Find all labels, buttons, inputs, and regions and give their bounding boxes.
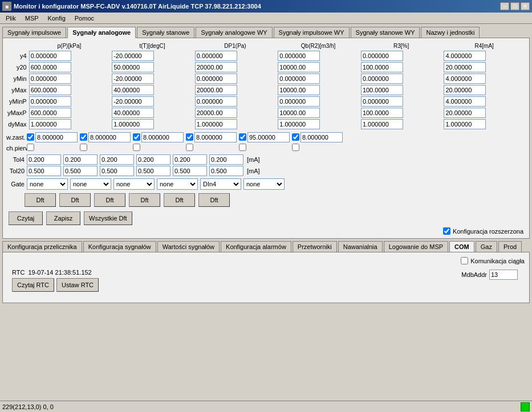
wzast-input-1[interactable] xyxy=(88,132,131,142)
cell-input-0-4[interactable] xyxy=(361,51,403,61)
mdbaddr-input[interactable] xyxy=(489,270,518,280)
tol20-input-4[interactable] xyxy=(173,166,207,176)
tab-gaz[interactable]: Gaz xyxy=(476,241,497,252)
tab-logowanie-msp[interactable]: Logowanie do MSP xyxy=(384,241,448,252)
tab-konfiguracja-sygnalow[interactable]: Konfiguracja sygnałów xyxy=(83,241,156,252)
cell-input-3-5[interactable] xyxy=(444,85,486,95)
tol20-input-2[interactable] xyxy=(100,166,134,176)
wzast-input-2[interactable] xyxy=(141,132,184,142)
tab-sygnaly-stanowe[interactable]: Sygnały stanowe xyxy=(137,27,194,38)
ustaw-rtc-button[interactable]: Ustaw RTC xyxy=(56,278,99,292)
cell-input-5-3[interactable] xyxy=(278,108,320,118)
wzast-input-3[interactable] xyxy=(194,132,237,142)
menu-msp[interactable]: MSP xyxy=(21,14,43,23)
cell-input-2-5[interactable] xyxy=(444,74,486,84)
wszystkie-dft-button[interactable]: Wszystkie Dft xyxy=(84,211,132,225)
tol20-input-5[interactable] xyxy=(209,166,243,176)
komunikacja-ciagla-cb[interactable] xyxy=(461,257,468,264)
cell-input-4-2[interactable] xyxy=(195,96,237,107)
dft-btn-5[interactable]: Dft xyxy=(198,193,230,207)
tol4-input-3[interactable] xyxy=(136,154,170,165)
wzast-cb-2[interactable] xyxy=(133,133,140,141)
dft-btn-0[interactable]: Dft xyxy=(25,193,56,207)
chpierw-cb-2[interactable] xyxy=(133,144,140,151)
tab-nazwy-jednostki[interactable]: Nazwy i jednostki xyxy=(421,27,480,38)
cell-input-2-4[interactable] xyxy=(361,74,403,84)
cell-input-4-0[interactable] xyxy=(29,96,71,107)
cell-input-5-2[interactable] xyxy=(195,108,237,118)
cell-input-3-2[interactable] xyxy=(195,85,237,95)
wzast-input-4[interactable] xyxy=(247,132,290,142)
cell-input-5-0[interactable] xyxy=(29,108,71,118)
tab-konfiguracja-alarmow[interactable]: Konfiguracja alarmów xyxy=(221,241,291,252)
cell-input-1-0[interactable] xyxy=(29,62,71,72)
dft-btn-4[interactable]: Dft xyxy=(164,193,195,207)
cell-input-0-2[interactable] xyxy=(195,51,237,61)
tol20-input-1[interactable] xyxy=(63,166,98,176)
cell-input-4-1[interactable] xyxy=(112,96,154,107)
tol4-input-5[interactable] xyxy=(209,154,243,165)
chpierw-cb-3[interactable] xyxy=(186,144,193,151)
tab-com[interactable]: COM xyxy=(449,241,474,252)
cell-input-4-4[interactable] xyxy=(361,96,403,107)
wzast-input-5[interactable] xyxy=(300,132,343,142)
cell-input-1-3[interactable] xyxy=(278,62,320,72)
tol4-input-4[interactable] xyxy=(173,154,207,165)
gate-select-5[interactable]: noneDIn1DIn2DIn3DIn4DIn5 xyxy=(243,178,285,190)
cell-input-6-1[interactable] xyxy=(112,119,154,129)
tab-przetworniki[interactable]: Przetworniki xyxy=(293,241,337,252)
dft-btn-1[interactable]: Dft xyxy=(59,193,91,207)
cell-input-6-3[interactable] xyxy=(278,119,320,129)
gate-select-4[interactable]: noneDIn1DIn2DIn3DIn4DIn5 xyxy=(200,178,241,190)
cell-input-1-5[interactable] xyxy=(444,62,486,72)
cell-input-6-4[interactable] xyxy=(361,119,403,129)
chpierw-cb-4[interactable] xyxy=(239,144,246,151)
cell-input-2-0[interactable] xyxy=(29,74,71,84)
cell-input-2-1[interactable] xyxy=(112,74,154,84)
cell-input-0-0[interactable] xyxy=(29,51,71,61)
wzast-cb-3[interactable] xyxy=(186,133,193,141)
chpierw-cb-5[interactable] xyxy=(292,144,299,151)
menu-plik[interactable]: Plik xyxy=(1,14,21,23)
cell-input-1-4[interactable] xyxy=(361,62,403,72)
wzast-cb-0[interactable] xyxy=(27,133,34,141)
zapisz-button[interactable]: Zapisz xyxy=(46,211,80,225)
cell-input-4-3[interactable] xyxy=(278,96,320,107)
cell-input-5-4[interactable] xyxy=(361,108,403,118)
dft-btn-2[interactable]: Dft xyxy=(94,193,125,207)
cell-input-6-5[interactable] xyxy=(444,119,486,129)
gate-select-2[interactable]: noneDIn1DIn2DIn3DIn4DIn5 xyxy=(113,178,155,190)
cell-input-2-3[interactable] xyxy=(278,74,320,84)
chpierw-cb-1[interactable] xyxy=(80,144,87,151)
cell-input-3-0[interactable] xyxy=(29,85,71,95)
czytaj-rtc-button[interactable]: Czytaj RTC xyxy=(12,278,54,292)
cell-input-2-2[interactable] xyxy=(195,74,237,84)
config-checkbox[interactable] xyxy=(443,227,450,235)
tab-sygnaly-analogowe-wy[interactable]: Sygnały analogowe WY xyxy=(196,27,272,38)
menu-pomoc[interactable]: Pomoc xyxy=(70,14,99,23)
tab-sygnaly-stanowe-wy[interactable]: Sygnały stanowe WY xyxy=(351,27,420,38)
wzast-input-0[interactable] xyxy=(35,132,78,142)
maximize-button[interactable]: □ xyxy=(510,2,519,10)
cell-input-5-5[interactable] xyxy=(444,108,486,118)
menu-konfig[interactable]: Konfig xyxy=(43,14,70,23)
gate-select-3[interactable]: noneDIn1DIn2DIn3DIn4DIn5 xyxy=(157,178,198,190)
cell-input-1-2[interactable] xyxy=(195,62,237,72)
cell-input-4-5[interactable] xyxy=(444,96,486,107)
cell-input-3-1[interactable] xyxy=(112,85,154,95)
cell-input-6-2[interactable] xyxy=(195,119,237,129)
cell-input-3-3[interactable] xyxy=(278,85,320,95)
tol4-input-1[interactable] xyxy=(63,154,98,165)
cell-input-0-3[interactable] xyxy=(278,51,320,61)
tab-konfiguracja-przelicznika[interactable]: Konfiguracja przelicznika xyxy=(2,241,82,252)
dft-btn-3[interactable]: Dft xyxy=(129,193,160,207)
cell-input-5-1[interactable] xyxy=(112,108,154,118)
tab-prod[interactable]: Prod xyxy=(498,241,522,252)
cell-input-6-0[interactable] xyxy=(29,119,71,129)
tab-wartosci-sygnalow[interactable]: Wartości sygnałów xyxy=(157,241,220,252)
minimize-button[interactable]: – xyxy=(500,2,509,10)
tol4-input-2[interactable] xyxy=(100,154,134,165)
gate-select-0[interactable]: noneDIn1DIn2DIn3DIn4DIn5 xyxy=(27,178,68,190)
wzast-cb-5[interactable] xyxy=(292,133,299,141)
chpierw-cb-0[interactable] xyxy=(27,144,34,151)
